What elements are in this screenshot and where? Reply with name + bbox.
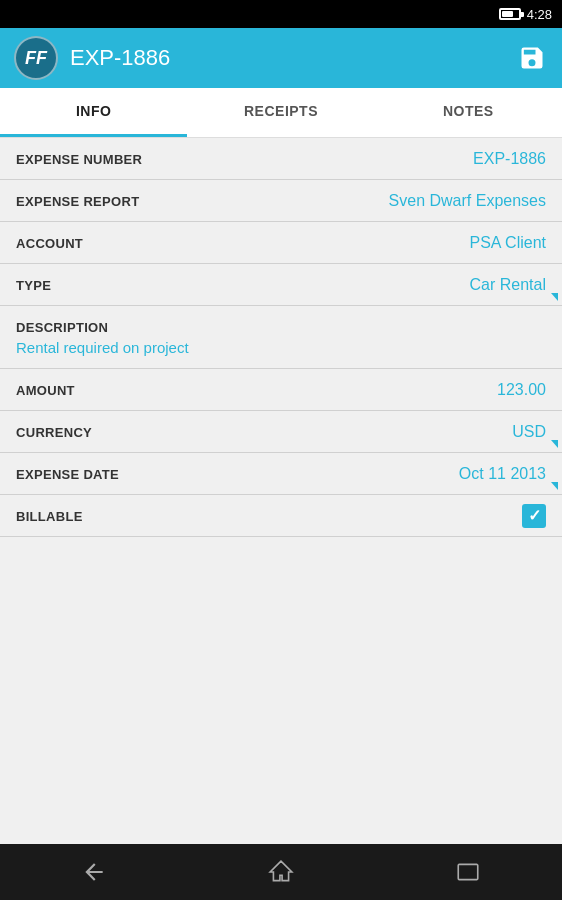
type-value[interactable]: Car Rental bbox=[470, 276, 546, 294]
app-bar: FF EXP-1886 bbox=[0, 28, 562, 88]
type-dropdown-arrow bbox=[551, 293, 558, 301]
nav-bar bbox=[0, 844, 562, 900]
expense-date-row[interactable]: EXPENSE DATE Oct 11 2013 bbox=[0, 453, 562, 495]
description-row: DESCRIPTION Rental required on project bbox=[0, 306, 562, 369]
account-row: ACCOUNT PSA Client bbox=[0, 222, 562, 264]
expense-date-dropdown-arrow bbox=[551, 482, 558, 490]
expense-number-row: EXPENSE NUMBER EXP-1886 bbox=[0, 138, 562, 180]
app-logo-text: FF bbox=[25, 48, 47, 69]
amount-row: AMOUNT 123.00 bbox=[0, 369, 562, 411]
amount-value[interactable]: 123.00 bbox=[497, 381, 546, 399]
expense-report-value[interactable]: Sven Dwarf Expenses bbox=[389, 192, 546, 210]
expense-report-row: EXPENSE REPORT Sven Dwarf Expenses bbox=[0, 180, 562, 222]
back-button[interactable] bbox=[64, 852, 124, 892]
billable-row: BILLABLE bbox=[0, 495, 562, 537]
amount-label: AMOUNT bbox=[16, 383, 546, 398]
type-label: TYPE bbox=[16, 278, 546, 293]
home-button[interactable] bbox=[251, 852, 311, 892]
svg-rect-0 bbox=[459, 864, 479, 879]
tab-notes[interactable]: NOTES bbox=[375, 88, 562, 137]
type-row[interactable]: TYPE Car Rental bbox=[0, 264, 562, 306]
billable-label: BILLABLE bbox=[16, 509, 546, 524]
account-label: ACCOUNT bbox=[16, 236, 546, 251]
description-value[interactable]: Rental required on project bbox=[16, 339, 546, 356]
expense-number-value[interactable]: EXP-1886 bbox=[473, 150, 546, 168]
save-button[interactable] bbox=[516, 42, 548, 74]
currency-value[interactable]: USD bbox=[512, 423, 546, 441]
currency-label: CURRENCY bbox=[16, 425, 546, 440]
tab-bar: INFO RECEIPTS NOTES bbox=[0, 88, 562, 138]
currency-dropdown-arrow bbox=[551, 440, 558, 448]
recents-button[interactable] bbox=[438, 852, 498, 892]
tab-info[interactable]: INFO bbox=[0, 88, 187, 137]
content-area: EXPENSE NUMBER EXP-1886 EXPENSE REPORT S… bbox=[0, 138, 562, 844]
app-title: EXP-1886 bbox=[70, 45, 516, 71]
account-value[interactable]: PSA Client bbox=[470, 234, 546, 252]
billable-checkbox[interactable] bbox=[522, 504, 546, 528]
tab-receipts[interactable]: RECEIPTS bbox=[187, 88, 374, 137]
currency-row[interactable]: CURRENCY USD bbox=[0, 411, 562, 453]
description-label: DESCRIPTION bbox=[16, 320, 546, 335]
expense-date-value[interactable]: Oct 11 2013 bbox=[459, 465, 546, 483]
battery-icon bbox=[499, 8, 521, 20]
expense-number-label: EXPENSE NUMBER bbox=[16, 152, 546, 167]
status-bar: 4:28 bbox=[0, 0, 562, 28]
app-logo: FF bbox=[14, 36, 58, 80]
status-time: 4:28 bbox=[527, 7, 552, 22]
